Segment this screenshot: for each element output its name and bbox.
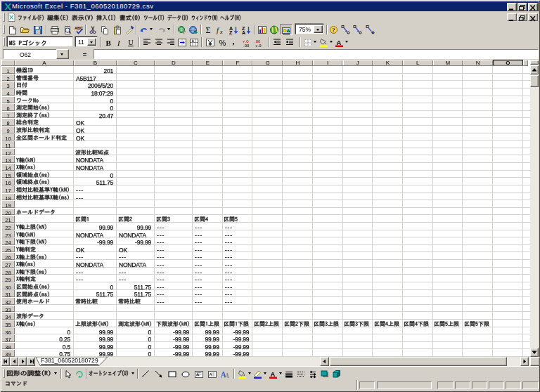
svg-text:Z: Z <box>229 30 233 34</box>
svg-text:A: A <box>210 372 212 377</box>
svg-text:A: A <box>271 370 276 378</box>
svg-text:+.0: +.0 <box>255 44 262 48</box>
svg-text:B: B <box>106 39 112 47</box>
svg-text:a: a <box>192 39 194 43</box>
svg-text:?: ? <box>332 27 335 34</box>
svg-text:A: A <box>196 372 199 377</box>
svg-text:A: A <box>224 372 230 379</box>
svg-text:A: A <box>337 39 342 46</box>
svg-text:%: % <box>219 39 226 47</box>
svg-text:f: f <box>217 27 219 34</box>
svg-text:x: x <box>219 29 223 34</box>
svg-text:,: , <box>233 38 235 46</box>
svg-text:Σ: Σ <box>206 25 211 34</box>
svg-text:U: U <box>129 39 134 46</box>
svg-text:A: A <box>242 30 245 34</box>
svg-text:I: I <box>117 39 121 47</box>
svg-text:.00: .00 <box>243 44 250 48</box>
